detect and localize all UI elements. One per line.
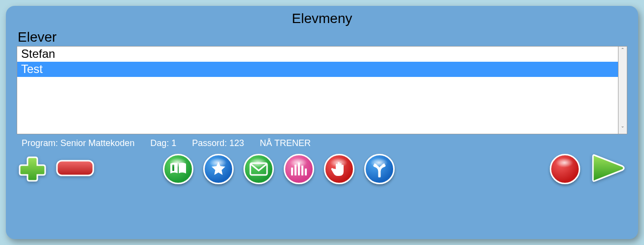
program-status: Program: Senior Mattekoden [22, 138, 134, 148]
day-status: Dag: 1 [150, 138, 176, 148]
status-bar: Program: Senior Mattekoden Dag: 1 Passor… [17, 134, 627, 153]
training-label: NÅ TRENER [260, 138, 311, 148]
scroll-up-arrow-icon[interactable]: ˆ [622, 48, 624, 54]
equalizer-icon [291, 162, 307, 176]
list-heading: Elever [18, 29, 627, 45]
hand-button[interactable] [324, 154, 354, 184]
elevmeny-panel: Elevmeny Elever StefanTest ˆ ˇ Program: … [6, 6, 638, 239]
mail-button[interactable] [243, 154, 274, 184]
program-label: Program: [22, 138, 58, 148]
panel-title: Elevmeny [17, 11, 627, 26]
toolbar [17, 153, 627, 185]
book-icon [169, 162, 187, 176]
add-button[interactable] [19, 154, 46, 184]
svg-rect-8 [301, 166, 303, 175]
book-button[interactable] [163, 154, 193, 184]
svg-rect-0 [57, 161, 93, 175]
svg-rect-7 [298, 163, 300, 175]
student-list-container: StefanTest ˆ ˇ [17, 46, 627, 134]
password-status: Passord: 123 [192, 138, 244, 148]
program-value: Senior Mattekoden [60, 138, 134, 148]
plus-icon [19, 154, 46, 182]
password-value: 123 [229, 138, 244, 148]
hand-icon [331, 160, 348, 178]
minus-icon [56, 160, 94, 176]
remove-button[interactable] [56, 160, 94, 178]
svg-rect-9 [305, 169, 307, 175]
stats-button[interactable] [284, 154, 314, 184]
day-label: Dag: [150, 138, 169, 148]
record-button[interactable] [550, 154, 580, 184]
svg-rect-6 [295, 165, 296, 175]
play-button[interactable] [590, 153, 625, 185]
branch-icon [372, 161, 387, 177]
play-icon [590, 153, 625, 183]
svg-point-3 [172, 165, 174, 167]
list-item[interactable]: Stefan [17, 47, 618, 62]
envelope-icon [249, 162, 268, 176]
branch-button[interactable] [364, 154, 395, 184]
star-button[interactable] [203, 154, 234, 184]
scroll-down-arrow-icon[interactable]: ˇ [622, 126, 624, 133]
scrollbar[interactable]: ˆ ˇ [618, 46, 627, 134]
day-value: 1 [171, 138, 176, 148]
star-icon [210, 161, 227, 177]
student-list[interactable]: StefanTest [17, 46, 618, 134]
password-label: Passord: [192, 138, 227, 148]
svg-rect-2 [172, 166, 174, 171]
record-icon [560, 164, 570, 174]
list-item[interactable]: Test [17, 62, 618, 77]
svg-rect-5 [291, 168, 293, 175]
